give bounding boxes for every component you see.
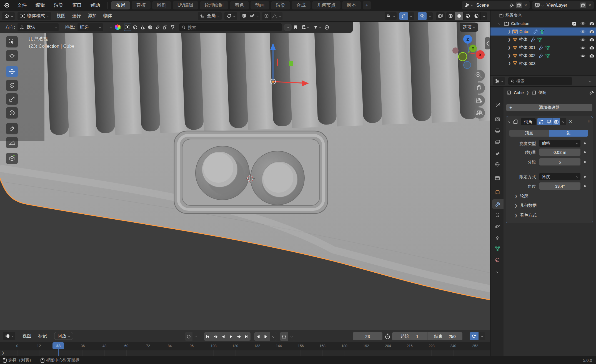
loop-playback-icon[interactable]: [280, 332, 288, 341]
edit-mode-display-toggle[interactable]: [537, 118, 545, 125]
new-scene-button[interactable]: [516, 2, 522, 8]
workspace-tab-scripting[interactable]: 脚本: [342, 1, 361, 9]
next-keyframe-button[interactable]: [235, 332, 243, 341]
shading-rendered-button[interactable]: [472, 12, 481, 20]
properties-search[interactable]: [508, 77, 572, 85]
tool-measure[interactable]: [6, 137, 18, 148]
proportional-edit-toggle[interactable]: [262, 12, 271, 20]
menu-object[interactable]: 物体: [100, 13, 116, 19]
animate-dot[interactable]: [584, 176, 586, 178]
animate-dot[interactable]: [584, 151, 586, 153]
workspace-tab-animation[interactable]: 动画: [251, 1, 269, 9]
show-gizmo-toggle[interactable]: [399, 12, 408, 20]
animate-dot[interactable]: [584, 185, 586, 187]
section-shading[interactable]: ❯着色方式: [514, 213, 537, 218]
channel-expand-chevron-icon[interactable]: ❯: [2, 351, 4, 355]
menu-select[interactable]: 选择: [69, 13, 84, 19]
exclude-checkbox[interactable]: [572, 21, 577, 26]
disable-render-camera-icon[interactable]: [589, 22, 594, 26]
filter-world-button[interactable]: [146, 24, 154, 31]
tab-strip-more-chevron-icon[interactable]: [492, 267, 503, 277]
tab-view-layer[interactable]: [492, 137, 503, 147]
filter-all-button[interactable]: [124, 24, 131, 31]
modifier-name-field[interactable]: 倒角: [521, 118, 536, 125]
shield-check-icon[interactable]: [323, 24, 331, 31]
outliner-row-cube[interactable]: ❯ Cube: [490, 27, 596, 36]
hide-eye-icon[interactable]: [580, 22, 585, 25]
filter-fluid-button[interactable]: [139, 24, 146, 31]
scene-selector-chevron-icon[interactable]: [471, 4, 473, 6]
editor-type-timeline-button[interactable]: [3, 332, 15, 340]
menu-render[interactable]: 渲染: [49, 0, 68, 11]
mode-selector[interactable]: 物体模式: [17, 12, 51, 20]
tool-cursor[interactable]: [6, 50, 18, 61]
angle-field[interactable]: 33.4°: [539, 182, 580, 190]
timeline-scroll-strip[interactable]: ❯: [0, 350, 490, 356]
affect-edges-tab[interactable]: 边: [549, 130, 588, 137]
realtime-display-toggle[interactable]: [545, 118, 552, 125]
breadcrumb-object[interactable]: Cube: [514, 90, 524, 95]
outliner-row-cylinder-002[interactable]: ❯ 柱体.002: [490, 52, 596, 60]
workspace-tab-layout[interactable]: 布局: [111, 1, 130, 9]
timeline-menu-view[interactable]: 视图: [19, 333, 35, 339]
proportional-falloff-dropdown[interactable]: [271, 12, 282, 20]
snap-toggle[interactable]: [240, 12, 248, 20]
keying-dropdown[interactable]: [479, 332, 485, 340]
next-frame-button[interactable]: [262, 332, 270, 341]
loop-dropdown[interactable]: [288, 332, 295, 341]
direction-dropdown[interactable]: 默认: [17, 23, 59, 31]
tab-object-data[interactable]: [492, 244, 503, 253]
jump-to-end-button[interactable]: [243, 332, 251, 341]
properties-search-input[interactable]: [516, 79, 570, 83]
animate-dot[interactable]: [584, 142, 586, 144]
hide-eye-icon[interactable]: [580, 30, 585, 33]
auto-keying-dropdown[interactable]: [192, 332, 199, 341]
keying-set-toggle[interactable]: [470, 332, 479, 340]
modifier-wrench-icon[interactable]: [539, 53, 544, 58]
outliner-row-cylinder[interactable]: ❯ 柱体: [490, 36, 596, 44]
workspace-tab-texture-paint[interactable]: 纹理绘制: [200, 1, 228, 9]
material-preview-hexagon-icon[interactable]: [115, 24, 121, 30]
remove-viewlayer-icon[interactable]: ✕: [588, 3, 592, 8]
shading-wireframe-button[interactable]: [446, 12, 455, 20]
tool-rotate[interactable]: [6, 80, 18, 91]
playback-menu-button[interactable]: 回放: [54, 332, 73, 340]
search-expand-chevron-icon[interactable]: [284, 24, 292, 31]
tab-physics[interactable]: [492, 222, 503, 231]
shading-solid-button[interactable]: [455, 12, 464, 20]
disable-render-camera-icon[interactable]: [589, 54, 594, 58]
properties-options-chevron-icon[interactable]: [589, 80, 591, 82]
mesh-data-icon[interactable]: [545, 46, 550, 50]
breadcrumb-modifier[interactable]: 倒角: [539, 90, 547, 95]
snap-settings-dropdown[interactable]: [248, 12, 260, 20]
expand-chevron-icon[interactable]: [508, 121, 510, 122]
hide-eye-icon[interactable]: [580, 46, 585, 49]
workspace-tab-compositing[interactable]: 合成: [292, 1, 310, 9]
filter-trim-button[interactable]: [169, 24, 176, 31]
animate-dot[interactable]: [584, 161, 586, 163]
tab-constraints[interactable]: [492, 233, 503, 242]
workspace-tab-uv[interactable]: UV编辑: [173, 1, 198, 9]
tool-annotate[interactable]: [6, 123, 18, 134]
menu-add[interactable]: 添加: [84, 13, 100, 19]
segments-field[interactable]: 5: [539, 158, 580, 165]
overlays-dropdown[interactable]: [427, 12, 433, 20]
tab-modifiers[interactable]: [492, 199, 504, 209]
workspace-tab-rendering[interactable]: 渲染: [271, 1, 290, 9]
frame-start-field[interactable]: 起始1: [392, 332, 427, 340]
section-profile[interactable]: ❯轮廓: [514, 194, 528, 199]
render-display-toggle[interactable]: [552, 118, 560, 125]
drag-handle-icon[interactable]: ⠿: [587, 120, 590, 124]
unlink-scene-icon[interactable]: ✕: [524, 3, 527, 8]
workspace-tab-modeling[interactable]: 建模: [132, 1, 151, 9]
tool-add-primitive[interactable]: [6, 153, 18, 164]
tab-collection[interactable]: [492, 173, 503, 183]
mesh-data-icon[interactable]: [545, 54, 550, 58]
scene-icon[interactable]: [464, 3, 470, 8]
tab-render[interactable]: [492, 114, 503, 124]
filter-duplicate-button[interactable]: [161, 24, 169, 31]
tool-move[interactable]: [6, 66, 18, 77]
editor-type-properties-button[interactable]: [493, 77, 505, 85]
mesh-data-icon[interactable]: [540, 29, 545, 34]
tab-particles[interactable]: [492, 210, 503, 220]
